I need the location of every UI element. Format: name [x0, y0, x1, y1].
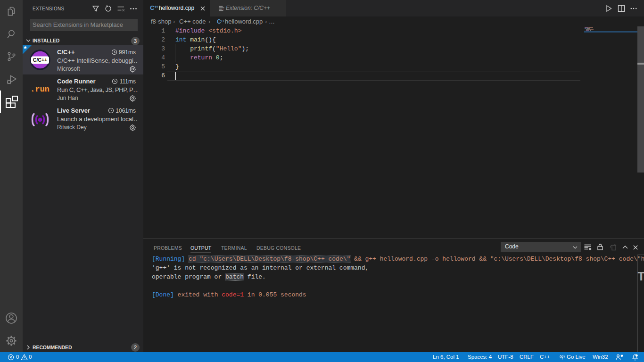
svg-text:C/C++: C/C++ [33, 57, 47, 63]
